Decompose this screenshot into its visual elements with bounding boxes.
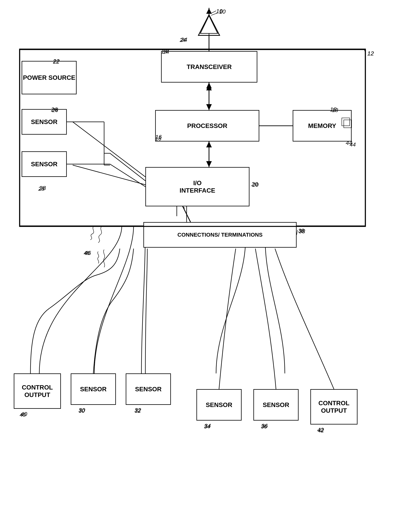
sensor6-label: SENSOR xyxy=(263,401,289,409)
ref-26-label: 26 xyxy=(52,107,58,113)
ref-40-label: 40 xyxy=(20,412,26,418)
sensor1-label: SENSOR xyxy=(31,118,57,126)
control-output2-label: CONTROLOUTPUT xyxy=(318,399,349,414)
svg-marker-23 xyxy=(206,142,212,147)
svg-marker-6 xyxy=(206,142,212,147)
sensor5-box: SENSOR xyxy=(197,389,242,421)
connections-box: CONNECTIONS/ TERMINATIONS xyxy=(143,222,297,248)
sensor5-label: SENSOR xyxy=(206,401,232,409)
svg-line-9 xyxy=(73,122,145,177)
processor-box: PROCESSOR xyxy=(155,110,259,142)
svg-marker-21 xyxy=(206,104,212,110)
control-output2-box: CONTROLOUTPUT xyxy=(310,389,358,425)
svg-line-40 xyxy=(364,50,365,52)
memory-label: MEMORY xyxy=(308,122,336,130)
svg-line-36 xyxy=(110,164,145,187)
svg-line-37 xyxy=(183,206,191,222)
io-interface-label: I/OINTERFACE xyxy=(180,179,215,194)
svg-marker-0 xyxy=(200,16,218,33)
svg-marker-7 xyxy=(206,161,212,167)
ref-32-label: 32 xyxy=(135,408,141,414)
svg-line-18 xyxy=(210,11,216,14)
ref-46-label: 46 xyxy=(84,250,90,256)
ref-34-label: 34 xyxy=(204,424,210,430)
ref-24-label: 24 xyxy=(180,37,186,43)
sensor2-label: SENSOR xyxy=(31,160,57,168)
sensor3-box: SENSOR xyxy=(71,373,116,405)
svg-line-34 xyxy=(110,153,145,181)
ref-22-label: 22 xyxy=(53,59,59,65)
ref-20-label: 20 xyxy=(252,182,258,188)
transceiver-box: TRANSCEIVER xyxy=(161,51,257,83)
control-output1-label: CONTROLOUTPUT xyxy=(22,384,53,399)
control-output1-box: CONTROLOUTPUT xyxy=(14,373,61,409)
svg-marker-24 xyxy=(206,161,212,167)
ref-42-label: 42 xyxy=(318,427,324,434)
diagram: 10 24 12 TRANSCEIVER 14 PROCESSOR 16 MEM… xyxy=(0,0,418,532)
ref-18-label: 18 xyxy=(332,107,338,113)
sensor6-box: SENSOR xyxy=(253,389,299,421)
ref-14-label: 14 xyxy=(163,49,169,55)
svg-marker-14 xyxy=(198,15,220,35)
sensor3-label: SENSOR xyxy=(80,385,106,393)
svg-marker-4 xyxy=(206,104,212,110)
memory-box: MEMORY xyxy=(293,110,352,142)
svg-marker-3 xyxy=(206,84,212,90)
svg-marker-16 xyxy=(206,8,212,14)
io-interface-box: I/OINTERFACE xyxy=(145,167,249,206)
ref-12-label: 12 xyxy=(367,50,374,57)
ref-10-label: 10 xyxy=(219,8,225,15)
power-source-box: POWER SOURCE xyxy=(22,61,77,94)
svg-line-10 xyxy=(73,165,145,185)
power-source-label: POWER SOURCE xyxy=(23,74,75,81)
sensor1-box: SENSOR xyxy=(22,109,67,135)
ref-30-label: 30 xyxy=(79,408,85,414)
ref-38-label: 38 xyxy=(298,228,304,234)
sensor4-label: SENSOR xyxy=(135,385,162,393)
ref-28-label: 28 xyxy=(38,186,44,192)
sensor2-box: SENSOR xyxy=(22,151,67,177)
transceiver-label: TRANSCEIVER xyxy=(186,63,232,71)
svg-line-41 xyxy=(297,230,298,235)
sensor4-box: SENSOR xyxy=(126,373,171,405)
connections-label: CONNECTIONS/ TERMINATIONS xyxy=(177,232,262,238)
processor-label: PROCESSOR xyxy=(187,122,227,130)
ref-36-label: 36 xyxy=(261,424,267,430)
ref-16-label: 16 xyxy=(155,136,161,142)
ref-44-label: 44 xyxy=(350,142,356,148)
svg-marker-20 xyxy=(206,83,212,88)
